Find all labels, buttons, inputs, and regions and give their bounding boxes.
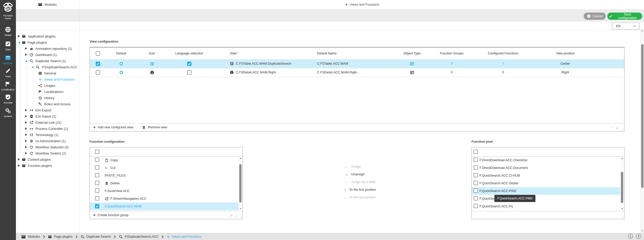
- tree-item-localizations[interactable]: Localizations: [16, 89, 80, 95]
- add-configured-view-button[interactable]: + Add new configured view: [93, 125, 133, 129]
- tree-item-roles-and-access[interactable]: Roles and Access: [16, 101, 80, 107]
- scroll-down-icon[interactable]: ▼: [239, 207, 242, 210]
- window-icon[interactable]: [410, 70, 414, 75]
- resize-grip[interactable]: [621, 128, 624, 131]
- function-config-item[interactable]: Delete: [90, 179, 238, 187]
- remove-view-button[interactable]: Remove view: [142, 126, 167, 129]
- function-checkbox[interactable]: [474, 181, 478, 185]
- move-view-up-button[interactable]: ↑: [611, 126, 613, 129]
- caret-collapsed-icon[interactable]: [25, 121, 27, 124]
- move-function-down-button[interactable]: ↓: [235, 213, 237, 217]
- breadcrumb-item-duplicate-search[interactable]: Duplicate Search: [81, 235, 111, 239]
- rail-item-system[interactable]: System: [0, 108, 16, 118]
- view-row[interactable]: C.FSTable.ACC.MAM.DuplicateSearchC.FSTab…: [90, 59, 624, 68]
- tree-item-content-plugins[interactable]: Content plugins: [16, 156, 80, 162]
- tree-item-general[interactable]: General: [16, 70, 80, 76]
- view-row-checkbox[interactable]: [96, 62, 100, 66]
- tree-item-application-plugins[interactable]: Application plugins: [16, 33, 80, 39]
- caret-expanded-icon[interactable]: [31, 66, 33, 68]
- scroll-down-icon[interactable]: ▼: [620, 207, 624, 210]
- assign-as-a-child-button[interactable]: ←Assign as a child: [344, 180, 375, 184]
- function-checkbox[interactable]: [95, 204, 99, 208]
- select-all-pool-checkbox[interactable]: [474, 150, 478, 154]
- fly-back-home-button[interactable]: Fly back home: [0, 2, 16, 20]
- function-checkbox[interactable]: [95, 165, 99, 170]
- info-icon[interactable]: [150, 70, 154, 75]
- save-configuration-button[interactable]: Save configuration: [607, 13, 642, 20]
- function-checkbox[interactable]: [474, 158, 478, 162]
- function-config-scrollbar[interactable]: ▲ ▼: [239, 157, 242, 210]
- window-icon[interactable]: [410, 62, 414, 66]
- tree-item-views-and-functions[interactable]: Views and Functions: [16, 76, 80, 82]
- function-checkbox[interactable]: [95, 181, 99, 185]
- tree-item-dashboard-1[interactable]: Dashboard (1): [16, 52, 80, 58]
- tree-item-usages[interactable]: Usages: [16, 82, 80, 89]
- tree-item-duplicate-search-1[interactable]: Duplicate Search (1): [16, 58, 80, 64]
- scroll-up-icon[interactable]: ▲: [640, 29, 644, 32]
- function-pool-item[interactable]: F.QuickSearch.ACC.Prj: [472, 203, 620, 210]
- function-pool-scrollbar[interactable]: ▲ ▼: [620, 157, 624, 210]
- caret-collapsed-icon[interactable]: [25, 146, 27, 148]
- function-config-item[interactable]: ✂Cut: [90, 164, 238, 172]
- function-checkbox[interactable]: [95, 158, 99, 162]
- caret-collapsed-icon[interactable]: [25, 133, 27, 136]
- language-selection-checkbox[interactable]: [187, 70, 191, 75]
- move-view-down-button[interactable]: ↓: [616, 126, 618, 129]
- language-selection-checkbox[interactable]: [187, 62, 191, 66]
- function-pool-item[interactable]: F.QuickSearch.ACC.Global: [472, 179, 620, 187]
- tree-item-page-plugins[interactable]: Page plugins: [16, 39, 80, 45]
- function-pool-item[interactable]: F.QuickSearch.ACC.CI-HUB: [472, 172, 620, 179]
- function-checkbox[interactable]: [95, 196, 99, 200]
- function-config-item[interactable]: F.AssetView.ACC: [90, 187, 238, 195]
- function-pool-item[interactable]: F.QuickSearch.ACC.PIM2: [472, 187, 620, 195]
- caret-collapsed-icon[interactable]: [25, 109, 27, 111]
- function-checkbox[interactable]: [474, 204, 478, 208]
- rail-item-security[interactable]: Security: [0, 94, 16, 104]
- rail-item-tools[interactable]: Tools: [0, 68, 16, 78]
- caret-expanded-icon[interactable]: [18, 41, 20, 43]
- function-checkbox[interactable]: [95, 173, 99, 177]
- tree-item-history[interactable]: History: [16, 95, 80, 101]
- function-config-item[interactable]: PASTE_FILES: [90, 172, 238, 179]
- caret-collapsed-icon[interactable]: [25, 152, 27, 155]
- assign-button[interactable]: ←Assign: [344, 165, 361, 168]
- create-function-group-button[interactable]: + Create function group: [93, 213, 129, 217]
- scrollbar-thumb[interactable]: [621, 172, 623, 203]
- function-checkbox[interactable]: [474, 188, 478, 193]
- default-radio[interactable]: [120, 71, 123, 74]
- tree-item-workflow-tasklist-2[interactable]: Workflow Tasklist (2): [16, 150, 80, 156]
- function-groups-count[interactable]: 0: [451, 62, 453, 65]
- scrollbar-thumb[interactable]: [641, 44, 643, 188]
- caret-collapsed-icon[interactable]: [25, 53, 27, 56]
- caret-collapsed-icon[interactable]: [25, 140, 27, 142]
- tree-item-p-duplicatesearch-acc[interactable]: P.DuplicateSearch.ACC: [16, 64, 80, 70]
- breadcrumb-item-views-and-functions[interactable]: Views and Functions: [167, 235, 201, 238]
- function-pool-item[interactable]: F.QuickSe: [472, 195, 620, 203]
- rail-item-modules[interactable]: Modules: [0, 55, 16, 65]
- default-radio[interactable]: [120, 62, 123, 65]
- caret-collapsed-icon[interactable]: [18, 158, 20, 161]
- resize-grip[interactable]: [621, 216, 624, 218]
- scroll-up-icon[interactable]: ▲: [620, 157, 624, 160]
- select-all-views-checkbox[interactable]: [96, 51, 100, 56]
- caret-collapsed-icon[interactable]: [25, 127, 27, 130]
- caret-collapsed-icon[interactable]: [18, 164, 20, 167]
- scroll-up-icon[interactable]: ▲: [239, 157, 242, 160]
- function-config-item[interactable]: F.ShowInNavigation.ACC: [90, 195, 238, 203]
- rail-item-data[interactable]: Data: [0, 41, 16, 51]
- caret-collapsed-icon[interactable]: [18, 35, 20, 37]
- select-all-functions-checkbox[interactable]: [95, 150, 99, 154]
- unassign-button[interactable]: →Unassign: [344, 172, 364, 176]
- tree-item-function-plugins[interactable]: Function plugins: [16, 162, 80, 169]
- tab-modules[interactable]: Modules: [38, 2, 57, 7]
- language-select[interactable]: EN: [612, 23, 639, 30]
- to-the-last-position-button[interactable]: ↓To the last position: [344, 196, 376, 199]
- resize-grip[interactable]: [239, 216, 242, 218]
- info-icon[interactable]: i: [628, 234, 633, 239]
- page-scrollbar[interactable]: ▲ ▼: [640, 29, 644, 233]
- function-pool-item[interactable]: F.DirectDownload.ACC.CheckOut: [472, 156, 620, 164]
- breadcrumb-item-p-duplicatesearch-acc[interactable]: P.DuplicateSearch.ACC: [119, 235, 159, 239]
- configured-functions-count[interactable]: 7: [502, 62, 504, 65]
- tree-item-process-controller-1[interactable]: Process Controller (1): [16, 126, 80, 132]
- move-function-up-button[interactable]: ↑: [231, 213, 233, 217]
